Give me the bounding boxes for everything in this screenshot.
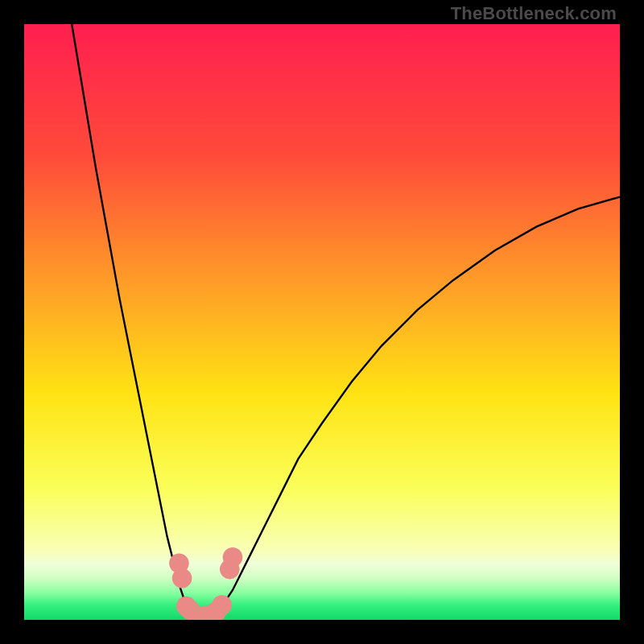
highlight-dot [223,547,243,568]
watermark-text: TheBottleneck.com [451,3,617,24]
chart-svg [24,24,620,620]
chart-frame: TheBottleneck.com [0,0,644,644]
plot-area [24,24,620,620]
heat-gradient-bg [24,24,620,620]
highlight-dot [212,595,232,615]
highlight-dot [172,568,192,588]
